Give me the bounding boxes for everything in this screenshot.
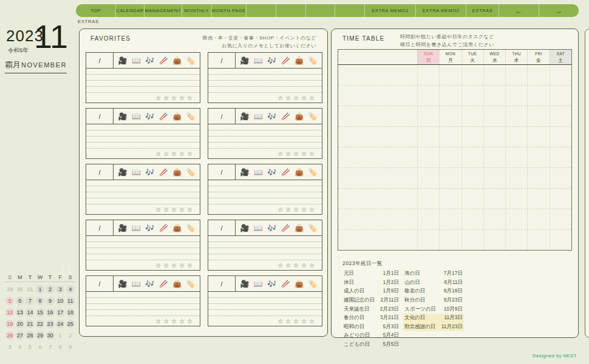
- mini-calendar-day[interactable]: 6: [15, 295, 26, 306]
- mini-calendar-day[interactable]: 11: [65, 295, 75, 306]
- timetable-cell-mon[interactable]: [439, 65, 461, 85]
- timetable-cell-wed[interactable]: [483, 65, 505, 85]
- timetable-cell-wed[interactable]: [483, 106, 505, 126]
- timetable-cell-sun[interactable]: [417, 230, 439, 250]
- mini-calendar-day[interactable]: 5: [25, 341, 35, 352]
- mini-calendar-day[interactable]: 26: [5, 329, 15, 341]
- timetable-cell-sun[interactable]: [417, 86, 439, 106]
- timetable-cell-fri[interactable]: [527, 168, 549, 188]
- star-rating[interactable]: ☆☆☆☆☆: [208, 316, 322, 326]
- mini-calendar-day[interactable]: 7: [45, 341, 55, 352]
- timetable-cell-tue[interactable]: [461, 147, 483, 167]
- mini-calendar-day[interactable]: 4: [15, 341, 26, 352]
- nav-tab-extra-memo1[interactable]: EXTRA MEMO1: [364, 4, 415, 17]
- mini-calendar-day[interactable]: 13: [15, 306, 26, 318]
- mini-calendar-day[interactable]: 22: [35, 318, 46, 329]
- star-rating[interactable]: ☆☆☆☆☆: [86, 204, 200, 214]
- timetable-cell-thu[interactable]: [505, 65, 527, 85]
- timetable-cell-fri[interactable]: [527, 65, 549, 85]
- timetable-cell-thu[interactable]: [505, 168, 527, 188]
- mini-calendar-day[interactable]: 18: [65, 306, 75, 318]
- favorite-card[interactable]: /🎥📖🎶🥢👜🏷️☆☆☆☆☆: [208, 164, 322, 215]
- mini-calendar-day[interactable]: 29: [5, 283, 15, 295]
- mini-calendar-day[interactable]: 20: [15, 318, 26, 329]
- mini-calendar-day[interactable]: 28: [25, 329, 35, 341]
- mini-calendar-day[interactable]: 8: [55, 341, 66, 352]
- timetable-cell-wed[interactable]: [483, 189, 505, 209]
- mini-calendar-day[interactable]: 24: [55, 318, 66, 329]
- timetable-time-label-cell[interactable]: [338, 230, 417, 250]
- timetable-cell-thu[interactable]: [505, 189, 527, 209]
- next-page-button[interactable]: →: [539, 4, 579, 17]
- timetable-cell-fri[interactable]: [527, 127, 549, 147]
- timetable-cell-tue[interactable]: [461, 230, 483, 250]
- timetable-cell-sat[interactable]: [550, 65, 571, 85]
- timetable-cell-fri[interactable]: [527, 86, 549, 106]
- mini-calendar-day[interactable]: 23: [45, 318, 55, 329]
- timetable-cell-wed[interactable]: [483, 127, 505, 147]
- mini-calendar-day[interactable]: 2: [45, 283, 55, 295]
- star-rating[interactable]: ☆☆☆☆☆: [86, 149, 200, 158]
- star-rating[interactable]: ☆☆☆☆☆: [208, 260, 322, 270]
- timetable-time-label-cell[interactable]: [338, 106, 417, 126]
- mini-calendar-day[interactable]: 15: [35, 306, 46, 318]
- timetable-time-label-cell[interactable]: [338, 209, 417, 229]
- timetable-cell-sat[interactable]: [550, 168, 571, 188]
- favorite-card[interactable]: /🎥📖🎶🥢👜🏷️☆☆☆☆☆: [208, 275, 322, 326]
- timetable-cell-sat[interactable]: [550, 147, 571, 167]
- timetable-cell-sun[interactable]: [417, 127, 439, 147]
- mini-calendar-day[interactable]: 16: [45, 306, 55, 318]
- timetable-cell-sat[interactable]: [550, 106, 571, 126]
- mini-calendar-day[interactable]: 17: [55, 306, 66, 318]
- mini-calendar-day[interactable]: 3: [55, 283, 66, 295]
- mini-calendar-day[interactable]: 1: [55, 329, 66, 341]
- timetable-time-label-cell[interactable]: [338, 147, 417, 167]
- timetable-cell-tue[interactable]: [461, 209, 483, 229]
- timetable-cell-fri[interactable]: [527, 209, 549, 229]
- timetable-cell-wed[interactable]: [483, 230, 505, 250]
- timetable-cell-mon[interactable]: [439, 189, 461, 209]
- mini-calendar-day[interactable]: 3: [5, 341, 15, 352]
- timetable-cell-sun[interactable]: [417, 209, 439, 229]
- favorite-card[interactable]: /🎥📖🎶🥢👜🏷️☆☆☆☆☆: [208, 52, 322, 103]
- nav-tab-top[interactable]: TOP: [76, 4, 115, 17]
- timetable-time-label-cell[interactable]: [338, 189, 417, 209]
- mini-calendar-day[interactable]: 4: [65, 283, 75, 295]
- timetable-cell-mon[interactable]: [439, 106, 461, 126]
- timetable-time-label-cell[interactable]: [338, 168, 417, 188]
- timetable-cell-fri[interactable]: [527, 106, 549, 126]
- star-rating[interactable]: ☆☆☆☆☆: [86, 93, 200, 103]
- favorite-card[interactable]: /🎥📖🎶🥢👜🏷️☆☆☆☆☆: [208, 220, 322, 271]
- star-rating[interactable]: ☆☆☆☆☆: [208, 93, 322, 103]
- timetable-cell-tue[interactable]: [461, 106, 483, 126]
- timetable-cell-fri[interactable]: [527, 189, 549, 209]
- timetable-cell-mon[interactable]: [439, 209, 461, 229]
- timetable-cell-mon[interactable]: [439, 127, 461, 147]
- favorite-card[interactable]: /🎥📖🎶🥢👜🏷️☆☆☆☆☆: [86, 164, 200, 215]
- mini-calendar-day[interactable]: 7: [25, 295, 35, 306]
- mini-calendar-day[interactable]: 1: [35, 283, 46, 295]
- timetable-cell-fri[interactable]: [527, 147, 549, 167]
- nav-tab-calendar[interactable]: CALENDAR: [115, 4, 144, 17]
- timetable-time-label-cell[interactable]: [338, 127, 417, 147]
- favorite-card[interactable]: /🎥📖🎶🥢👜🏷️☆☆☆☆☆: [86, 220, 200, 271]
- timetable-cell-sun[interactable]: [417, 168, 439, 188]
- timetable-cell-sun[interactable]: [417, 189, 439, 209]
- mini-calendar-day[interactable]: 6: [35, 341, 46, 352]
- mini-calendar-day[interactable]: 9: [65, 341, 75, 352]
- timetable-cell-sun[interactable]: [417, 65, 439, 85]
- star-rating[interactable]: ☆☆☆☆☆: [208, 149, 322, 158]
- mini-calendar-day[interactable]: 19: [5, 318, 15, 329]
- mini-calendar-day[interactable]: 30: [15, 283, 26, 295]
- timetable-cell-tue[interactable]: [461, 86, 483, 106]
- timetable-cell-sun[interactable]: [417, 147, 439, 167]
- timetable-cell-mon[interactable]: [439, 168, 461, 188]
- timetable-cell-tue[interactable]: [461, 168, 483, 188]
- nav-tab-extra-memo2[interactable]: EXTRA MEMO2: [415, 4, 466, 17]
- timetable-cell-thu[interactable]: [505, 106, 527, 126]
- favorite-card[interactable]: /🎥📖🎶🥢👜🏷️☆☆☆☆☆: [86, 52, 200, 103]
- favorite-card[interactable]: /🎥📖🎶🥢👜🏷️☆☆☆☆☆: [208, 108, 322, 159]
- mini-calendar-day[interactable]: 21: [25, 318, 35, 329]
- star-rating[interactable]: ☆☆☆☆☆: [86, 260, 200, 270]
- timetable-cell-wed[interactable]: [483, 147, 505, 167]
